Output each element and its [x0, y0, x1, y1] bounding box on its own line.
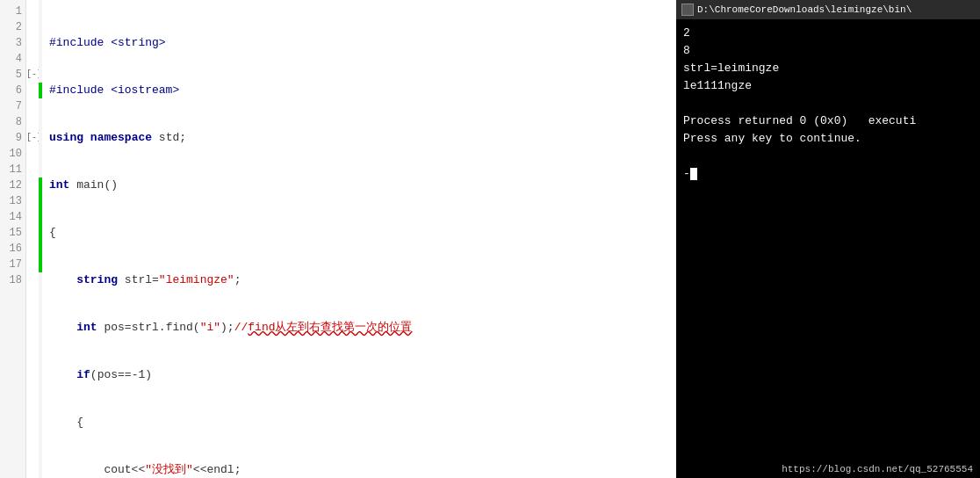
terminal-output-line: 2 [683, 25, 973, 42]
fold-ind [26, 257, 39, 272]
fold-ind [26, 51, 39, 67]
line-num: 11 [0, 162, 22, 177]
cursor [690, 168, 697, 180]
terminal-icon [681, 4, 694, 16]
line-numbers: 1 2 3 4 5 6 7 8 9 10 11 12 13 14 15 16 1… [0, 0, 26, 478]
fold-ind [26, 209, 39, 225]
code-line-8: if(pos==-1) [49, 367, 669, 383]
terminal-output-line: strl=leimingze [683, 60, 973, 77]
line-num: 14 [0, 209, 22, 225]
fold-collapse-btn[interactable]: [-] [26, 130, 39, 146]
fold-ind [26, 83, 39, 98]
code-line-6: string strl="leimingze"; [49, 272, 669, 288]
line-num: 15 [0, 225, 22, 241]
line-num: 13 [0, 193, 22, 209]
terminal-title-bar: D:\ChromeCoreDownloads\leimingze\bin\ [676, 0, 980, 19]
terminal-cursor-line: - [683, 165, 973, 183]
editor-panel: 1 2 3 4 5 6 7 8 9 10 11 12 13 14 15 16 1… [0, 0, 676, 478]
line-num: 5 [0, 67, 22, 83]
terminal-panel: D:\ChromeCoreDownloads\leimingze\bin\ 2 … [676, 0, 980, 478]
line-num: 16 [0, 241, 22, 257]
line-num: 7 [0, 98, 22, 114]
fold-ind [26, 241, 39, 257]
fold-ind [26, 4, 39, 19]
terminal-output-line: 8 [683, 42, 973, 60]
fold-ind [26, 19, 39, 35]
line-num: 2 [0, 19, 22, 35]
fold-ind [26, 114, 39, 130]
fold-ind [26, 162, 39, 177]
line-num: 8 [0, 114, 22, 130]
fold-ind [26, 98, 39, 114]
terminal-output-line [683, 148, 973, 165]
terminal-output-line [683, 95, 973, 112]
terminal-wrapper: D:\ChromeCoreDownloads\leimingze\bin\ 2 … [676, 0, 980, 478]
fold-ind [26, 225, 39, 241]
line-num: 6 [0, 83, 22, 98]
fold-indicators: [-] [-] [26, 0, 39, 478]
line-num: 18 [0, 272, 22, 288]
code-line-9: { [49, 415, 669, 431]
fold-ind [26, 35, 39, 51]
fold-ind [26, 177, 39, 193]
code-line-10: cout<<"没找到"<<endl; [49, 462, 669, 478]
terminal-content[interactable]: 2 8 strl=leimingze le1111ngze Process re… [676, 19, 980, 478]
fold-collapse-btn[interactable]: [-] [26, 67, 39, 83]
line-num: 3 [0, 35, 22, 51]
terminal-url: https://blog.csdn.net/qq_52765554 [782, 464, 973, 474]
terminal-title-text: D:\ChromeCoreDownloads\leimingze\bin\ [697, 4, 912, 15]
code-line-3: using namespace std; [49, 130, 669, 146]
code-line-5: { [49, 225, 669, 241]
code-line-7: int pos=strl.find("i");//find从左到右查找第一次的位… [49, 320, 669, 336]
fold-ind [26, 146, 39, 162]
terminal-output-line: le1111ngze [683, 77, 973, 95]
line-num: 1 [0, 4, 22, 19]
code-content[interactable]: #include <string> #include <iostream> us… [42, 0, 676, 478]
line-num: 9 [0, 130, 22, 146]
line-num: 17 [0, 257, 22, 272]
code-line-1: #include <string> [49, 35, 669, 51]
terminal-output-line: Press any key to continue. [683, 130, 973, 148]
fold-ind [26, 272, 39, 288]
line-num: 10 [0, 146, 22, 162]
line-num: 4 [0, 51, 22, 67]
line-num: 12 [0, 177, 22, 193]
fold-ind [26, 193, 39, 209]
code-line-4: int main() [49, 177, 669, 193]
terminal-output-line: Process returned 0 (0x0) executi [683, 112, 973, 130]
code-line-2: #include <iostream> [49, 83, 669, 98]
